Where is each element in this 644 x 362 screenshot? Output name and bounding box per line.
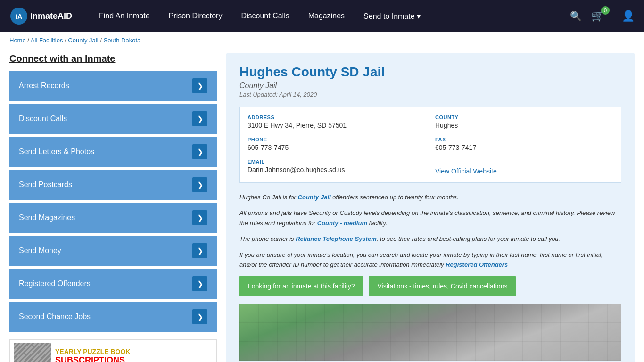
cart-count: 0 bbox=[601, 6, 610, 15]
logo[interactable]: iA inmateAID bbox=[9, 7, 85, 25]
fax-block: FAX 605-773-7417 bbox=[435, 137, 613, 151]
nav-discount-calls[interactable]: Discount Calls bbox=[241, 12, 289, 20]
find-inmate-btn[interactable]: Looking for an inmate at this facility? bbox=[239, 276, 363, 296]
sidebar-item-send-postcards[interactable]: Send Postcards bbox=[9, 170, 217, 200]
address-block: ADDRESS 3100 E Hwy 34, Pierre, SD 57501 bbox=[248, 115, 426, 129]
arrow-icon bbox=[192, 210, 207, 225]
nav-magazines[interactable]: Magazines bbox=[308, 12, 345, 20]
sidebar: Connect with an Inmate Arrest Records Di… bbox=[9, 53, 217, 362]
facility-content: Hughes County SD Jail County Jail Last U… bbox=[226, 53, 635, 362]
breadcrumb-county-jail[interactable]: County Jail bbox=[68, 37, 98, 44]
visitations-btn[interactable]: Visitations - times, rules, Covid cancel… bbox=[369, 276, 516, 296]
desc-4: If you are unsure of your inmate's locat… bbox=[239, 250, 621, 270]
cart-icon[interactable]: 🛒 0 bbox=[591, 10, 612, 22]
desc-1: Hughes Co Jail is for County Jail offend… bbox=[239, 192, 621, 202]
breadcrumb-home[interactable]: Home bbox=[9, 37, 26, 44]
phone-block: PHONE 605-773-7475 bbox=[248, 137, 426, 151]
sidebar-item-arrest-records[interactable]: Arrest Records bbox=[9, 71, 217, 101]
nav-prison-directory[interactable]: Prison Directory bbox=[169, 12, 223, 20]
search-icon[interactable]: 🔍 bbox=[570, 10, 582, 22]
website-block: View Official Website bbox=[435, 159, 613, 175]
sidebar-item-registered-offenders[interactable]: Registered Offenders bbox=[9, 269, 217, 299]
arrow-icon bbox=[192, 177, 207, 192]
email-block: EMAIL Darin.Johnson@co.hughes.sd.us bbox=[248, 159, 426, 175]
sidebar-item-send-money[interactable]: Send Money bbox=[9, 236, 217, 266]
logo-text: inmateAID bbox=[30, 11, 72, 21]
sidebar-menu: Arrest Records Discount Calls Send Lette… bbox=[9, 71, 217, 332]
sidebar-item-discount-calls[interactable]: Discount Calls bbox=[9, 104, 217, 134]
registered-offenders-link[interactable]: Registered Offenders bbox=[446, 261, 508, 268]
aerial-photo bbox=[239, 304, 621, 361]
action-buttons: Looking for an inmate at this facility? … bbox=[239, 276, 621, 296]
aerial-photo-inner bbox=[239, 304, 621, 361]
county-block: COUNTY Hughes bbox=[435, 115, 613, 129]
sidebar-item-send-letters[interactable]: Send Letters & Photos bbox=[9, 137, 217, 167]
facility-info-grid: ADDRESS 3100 E Hwy 34, Pierre, SD 57501 … bbox=[239, 107, 621, 183]
arrow-icon bbox=[192, 243, 207, 258]
ad-banner[interactable]: YEARLY PUZZLE BOOK SUBSCRIPTIONS STARTIN… bbox=[9, 339, 217, 362]
desc-3: The phone carrier is Reliance Telephone … bbox=[239, 234, 621, 244]
main-container: Connect with an Inmate Arrest Records Di… bbox=[0, 49, 644, 362]
arrow-icon bbox=[192, 111, 207, 126]
facility-title: Hughes County SD Jail bbox=[239, 65, 621, 80]
logo-icon: iA bbox=[9, 7, 28, 25]
header: iA inmateAID Find An Inmate Prison Direc… bbox=[0, 0, 644, 32]
facility-last-updated: Last Updated: April 14, 2020 bbox=[239, 91, 621, 98]
header-icons: 🔍 🛒 0 👤 bbox=[570, 10, 635, 22]
arrow-icon bbox=[192, 276, 207, 291]
ad-puzzle-image bbox=[14, 343, 51, 362]
nav-find-inmate[interactable]: Find An Inmate bbox=[99, 12, 150, 20]
county-jail-link-1[interactable]: County Jail bbox=[298, 194, 331, 201]
breadcrumb-state[interactable]: South Dakota bbox=[103, 37, 140, 44]
nav-send-to-inmate[interactable]: Send to Inmate ▾ bbox=[363, 12, 421, 21]
svg-text:iA: iA bbox=[16, 13, 22, 20]
breadcrumb-all-facilities[interactable]: All Facilities bbox=[31, 37, 63, 44]
arrow-icon bbox=[192, 309, 207, 324]
official-website-link[interactable]: View Official Website bbox=[435, 167, 497, 175]
breadcrumb: Home / All Facilities / County Jail / So… bbox=[0, 32, 644, 49]
sidebar-item-send-magazines[interactable]: Send Magazines bbox=[9, 203, 217, 233]
desc-2: All prisons and jails have Security or C… bbox=[239, 208, 621, 228]
ad-text: YEARLY PUZZLE BOOK SUBSCRIPTIONS STARTIN… bbox=[55, 348, 213, 362]
user-icon[interactable]: 👤 bbox=[622, 10, 635, 22]
sidebar-title: Connect with an Inmate bbox=[9, 53, 217, 64]
county-medium-link[interactable]: County - medium bbox=[317, 220, 367, 227]
facility-type: County Jail bbox=[239, 82, 621, 90]
arrow-icon bbox=[192, 144, 207, 159]
arrow-icon bbox=[192, 78, 207, 93]
reliance-link[interactable]: Reliance Telephone System bbox=[296, 235, 376, 242]
sidebar-item-second-chance-jobs[interactable]: Second Chance Jobs bbox=[9, 302, 217, 332]
main-nav: Find An Inmate Prison Directory Discount… bbox=[99, 12, 556, 21]
